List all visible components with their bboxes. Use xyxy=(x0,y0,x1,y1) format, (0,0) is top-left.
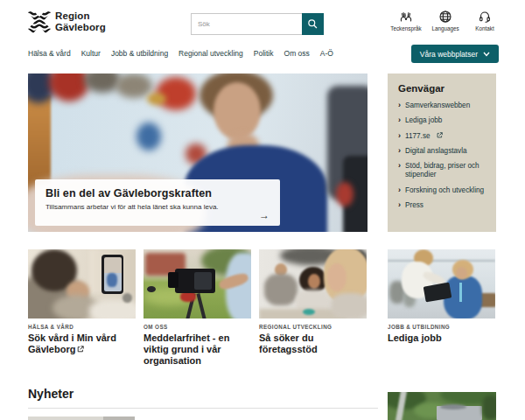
card-image-camera xyxy=(144,249,251,318)
shortcut-lediga-jobb[interactable]: ›Lediga jobb xyxy=(398,116,487,125)
card-title: Så söker du företagsstöd xyxy=(259,332,367,355)
card-title-text: Lediga jobb xyxy=(388,332,442,343)
contact-headset-icon xyxy=(478,10,492,24)
chevron-right-icon: › xyxy=(398,147,401,156)
card-kicker: JOBB & UTBILDNING xyxy=(388,324,495,330)
chevron-right-icon: › xyxy=(398,102,401,110)
teaser-card-min-vard[interactable]: HÄLSA & VÅRD Sök vård i Min vård Gävlebo… xyxy=(28,249,136,355)
shortcuts-panel: Genvägar ›Samverkanswebben ›Lediga jobb … xyxy=(388,74,496,232)
shortcuts-list: ›Samverkanswebben ›Lediga jobb ›1177.se … xyxy=(398,102,487,210)
card-image-meeting xyxy=(259,249,367,318)
card-title-text: Så söker du företagsstöd xyxy=(259,332,318,354)
shortcut-forskning[interactable]: ›Forskning och utveckling xyxy=(398,186,487,195)
logo-text: Region Gävleborg xyxy=(55,10,106,33)
search-icon xyxy=(307,18,318,30)
shortcut-1177[interactable]: ›1177.se xyxy=(398,132,487,141)
shortcut-label: Press xyxy=(405,201,424,210)
chevron-right-icon: › xyxy=(398,132,401,141)
logo-wave-x-icon xyxy=(28,10,51,33)
card-title-text: Sök vård i Min vård Gävleborg xyxy=(28,332,116,354)
nav-item-kultur[interactable]: Kultur xyxy=(81,49,101,58)
shortcut-label: Lediga jobb xyxy=(405,116,442,125)
search-button[interactable] xyxy=(302,13,324,35)
nav-item-halsa-vard[interactable]: Hälsa & vård xyxy=(28,49,71,58)
nav-item-jobb-utbildning[interactable]: Jobb & utbildning xyxy=(111,49,168,58)
logo-line1: Region xyxy=(55,10,106,22)
utility-kontakt[interactable]: Kontakt xyxy=(469,10,500,32)
utility-nav: Teckenspråk Languages Kontakt xyxy=(390,10,500,32)
external-link-icon xyxy=(437,132,443,138)
arrow-right-icon[interactable]: → xyxy=(259,209,270,221)
hero-card[interactable]: Bli en del av Gävleborgskraften Tillsamm… xyxy=(35,179,280,226)
search-input[interactable] xyxy=(191,13,302,35)
hero-banner[interactable]: Bli en del av Gävleborgskraften Tillsamm… xyxy=(28,74,368,232)
main-navigation: Hälsa & vård Kultur Jobb & utbildning Re… xyxy=(28,49,333,58)
card-title-text: Meddelarfrihet - en viktig grund i vår o… xyxy=(144,332,229,366)
card-title: Lediga jobb xyxy=(388,332,495,344)
card-image-laptop xyxy=(388,249,495,318)
shortcut-stod-bidrag[interactable]: ›Stöd, bidrag, priser och stipendier xyxy=(398,162,487,180)
card-kicker: HÄLSA & VÅRD xyxy=(28,324,136,330)
search-bar xyxy=(191,13,324,35)
news-divider xyxy=(28,408,378,409)
shortcut-label: Samverkanswebben xyxy=(405,102,470,110)
utility-label: Teckenspråk xyxy=(390,25,421,32)
chevron-right-icon: › xyxy=(398,162,401,171)
card-title: Meddelarfrihet - en viktig grund i vår o… xyxy=(144,332,251,367)
sign-language-icon xyxy=(399,10,413,24)
chevron-right-icon: › xyxy=(398,116,401,125)
news-item-partial xyxy=(28,416,135,420)
card-title: Sök vård i Min vård Gävleborg xyxy=(28,332,136,355)
utility-languages[interactable]: Languages xyxy=(430,10,461,32)
region-gavleborg-homepage: Region Gävleborg Teckenspråk xyxy=(0,0,525,420)
shortcut-digital-anslagstavla[interactable]: ›Digital anslagstavla xyxy=(398,147,487,156)
shortcut-label: Stöd, bidrag, priser och stipendier xyxy=(405,162,487,180)
shortcut-label: 1177.se xyxy=(405,132,430,141)
utility-teckensprak[interactable]: Teckenspråk xyxy=(390,10,422,32)
teaser-card-foretagsstod[interactable]: REGIONAL UTVECKLING Så söker du företags… xyxy=(259,249,367,355)
hero-title: Bli en del av Gävleborgskraften xyxy=(46,187,270,200)
teaser-card-lediga-jobb[interactable]: JOBB & UTBILDNING Lediga jobb xyxy=(388,249,495,344)
hero-subtitle: Tillsammans arbetar vi för att hela läne… xyxy=(46,203,270,211)
shortcut-label: Forskning och utveckling xyxy=(405,186,484,195)
our-websites-label: Våra webbplatser xyxy=(420,50,478,59)
shortcut-label: Digital anslagstavla xyxy=(405,147,467,156)
teaser-card-meddelarfrihet[interactable]: OM OSS Meddelarfrihet - en viktig grund … xyxy=(144,249,251,367)
globe-icon xyxy=(438,10,452,24)
utility-label: Kontakt xyxy=(475,25,494,32)
shortcut-samverkanswebben[interactable]: ›Samverkanswebben xyxy=(398,102,487,110)
utility-label: Languages xyxy=(431,25,458,32)
chevron-right-icon: › xyxy=(398,186,401,195)
our-websites-button[interactable]: Våra webbplatser xyxy=(411,45,499,63)
nav-item-a-o[interactable]: A-Ö xyxy=(320,49,333,58)
news-section-title: Nyheter xyxy=(28,387,74,401)
card-image-video-call xyxy=(28,249,136,318)
card-kicker: OM OSS xyxy=(144,324,251,330)
shortcut-press[interactable]: ›Press xyxy=(398,201,487,210)
external-link-icon xyxy=(77,346,84,353)
nav-item-politik[interactable]: Politik xyxy=(254,49,274,58)
nav-item-regional-utveckling[interactable]: Regional utveckling xyxy=(178,49,243,58)
logo[interactable]: Region Gävleborg xyxy=(28,10,106,33)
logo-line2: Gävleborg xyxy=(55,22,106,33)
shortcuts-title: Genvägar xyxy=(398,83,487,94)
news-aerial-image[interactable] xyxy=(388,392,496,420)
card-kicker: REGIONAL UTVECKLING xyxy=(259,324,367,330)
chevron-right-icon: › xyxy=(398,201,401,210)
nav-item-om-oss[interactable]: Om oss xyxy=(284,49,310,58)
chevron-down-icon xyxy=(483,52,490,57)
